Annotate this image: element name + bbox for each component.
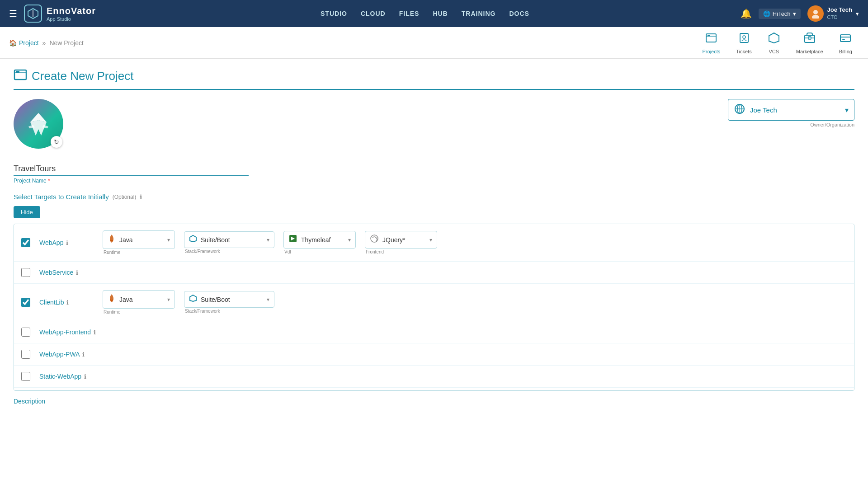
tickets-icon	[738, 32, 750, 47]
org-name: HiTech	[773, 10, 791, 17]
static-webapp-info-icon[interactable]: ℹ	[84, 373, 86, 380]
vcs-icon	[768, 32, 780, 47]
description-section: Description	[14, 398, 854, 405]
svg-rect-5	[708, 35, 710, 36]
avatar-refresh-button[interactable]: ↻	[51, 136, 62, 148]
org-switcher[interactable]: 🌐 HiTech ▾	[759, 9, 801, 19]
user-chevron-icon: ▾	[856, 10, 859, 17]
webapp-info-icon[interactable]: ℹ	[66, 239, 68, 246]
notification-bell-icon[interactable]: 🔔	[741, 8, 752, 19]
clientlib-framework-label: Stack/Framework	[184, 309, 274, 314]
webservice-checkbox[interactable]	[21, 268, 30, 277]
projects-icon	[705, 32, 717, 47]
project-name-label: Project Name *	[14, 178, 854, 184]
clientlib-info-icon[interactable]: ℹ	[66, 299, 69, 306]
svg-rect-14	[842, 39, 845, 40]
hide-button[interactable]: Hide	[14, 206, 40, 218]
clientlib-runtime-value: Java	[119, 296, 164, 303]
webapp-runtime-dropdown[interactable]: Java ▾	[103, 230, 175, 249]
svg-point-3	[812, 15, 819, 19]
user-menu[interactable]: Joe Tech CTO ▾	[807, 5, 859, 22]
clientlib-framework-value: Suite/Boot	[201, 296, 263, 303]
owner-section: Joe Tech ▾ Owner/Organization	[728, 99, 854, 127]
projects-label: Projects	[703, 49, 721, 54]
breadcrumb-project[interactable]: Project	[19, 39, 39, 47]
nav-training[interactable]: TRAINING	[462, 10, 496, 17]
webapp-frontend-chevron-icon: ▾	[429, 237, 432, 243]
breadcrumb-home[interactable]: 🏠 Project	[9, 39, 39, 47]
optional-text: (Optional)	[113, 194, 137, 200]
webservice-name: WebService ℹ	[39, 269, 94, 276]
home-icon: 🏠	[9, 39, 17, 47]
owner-chevron-icon: ▾	[845, 106, 849, 114]
svg-rect-6	[740, 33, 748, 42]
thymeleaf-icon	[288, 234, 297, 245]
nav-cloud[interactable]: CLOUD	[361, 10, 386, 17]
static-webapp-checkbox[interactable]	[21, 372, 30, 381]
page-title: Create New Project	[14, 68, 854, 90]
nav-studio[interactable]: STUDIO	[321, 10, 347, 17]
target-row-webservice: WebService ℹ	[14, 262, 854, 284]
webapp-frontend-label: Frontend	[365, 249, 437, 254]
webapp-pwa-checkbox[interactable]	[21, 350, 30, 359]
project-name-input[interactable]	[14, 162, 249, 176]
toolbar-marketplace[interactable]: Marketplace	[789, 29, 830, 56]
toolbar-billing[interactable]: Billing	[832, 29, 859, 56]
breadcrumb: 🏠 Project » New Project	[9, 39, 691, 47]
toolbar-vcs[interactable]: VCS	[761, 29, 787, 56]
logo: EnnoVator App Studio	[24, 5, 96, 23]
avatar-owner-row: ↻ Joe Tech ▾ Owner/Organization	[14, 99, 854, 149]
user-name: Joe Tech	[827, 6, 852, 14]
webapp-pwa-info-icon[interactable]: ℹ	[82, 351, 85, 358]
clientlib-runtime-label: Runtime	[103, 310, 175, 314]
webapp-frontend-dropdown[interactable]: JQuery* ▾	[365, 231, 437, 249]
logo-subtext: App Studio	[47, 16, 96, 22]
nav-files[interactable]: FILES	[399, 10, 420, 17]
webapp-vdl-chevron-icon: ▾	[348, 237, 351, 243]
webapp-runtime-value: Java	[119, 236, 164, 244]
page-title-text: Create New Project	[32, 69, 133, 83]
required-indicator: *	[48, 178, 50, 184]
svg-marker-21	[190, 235, 196, 242]
description-label-text: Description	[14, 398, 45, 405]
breadcrumb-separator: »	[42, 39, 46, 47]
breadcrumb-current: New Project	[49, 39, 83, 47]
webapp-vdl-dropdown[interactable]: Thymeleaf ▾	[283, 231, 356, 249]
clientlib-runtime-group: Java ▾ Runtime	[103, 290, 175, 314]
clientlib-framework-dropdown[interactable]: Suite/Boot ▾	[184, 291, 274, 308]
webservice-info-icon[interactable]: ℹ	[76, 269, 78, 276]
toolbar-projects[interactable]: Projects	[696, 29, 727, 56]
user-role: CTO	[827, 14, 852, 20]
clientlib-runtime-chevron-icon: ▾	[167, 296, 170, 303]
webapp-name: WebApp ℹ	[39, 239, 94, 246]
webapp-frontend-checkbox[interactable]	[21, 328, 30, 337]
webapp-vdl-label: Vdl	[283, 249, 356, 254]
nav-hub[interactable]: HUB	[433, 10, 448, 17]
svg-rect-12	[840, 35, 850, 42]
webapp-checkbox[interactable]	[21, 238, 30, 247]
target-row-webapp-pwa: WebApp-PWA ℹ	[14, 343, 854, 366]
targets-container: WebApp ℹ Java ▾ Runtime	[14, 224, 854, 391]
hamburger-menu[interactable]: ☰	[9, 8, 17, 19]
webapp-framework-group: Suite/Boot ▾ Stack/Framework	[184, 231, 274, 254]
user-info: Joe Tech CTO	[827, 6, 852, 20]
owner-name: Joe Tech	[750, 106, 840, 114]
target-row-clientlib: ClientLib ℹ Java ▾ Runtime	[14, 284, 854, 321]
webapp-framework-label: Stack/Framework	[184, 249, 274, 254]
clientlib-checkbox[interactable]	[21, 298, 30, 307]
targets-info-icon[interactable]: ℹ	[140, 193, 142, 201]
webapp-frontend-info-icon[interactable]: ℹ	[94, 329, 96, 336]
webapp-framework-dropdown[interactable]: Suite/Boot ▾	[184, 231, 274, 248]
clientlib-framework-chevron-icon: ▾	[267, 296, 269, 303]
clientlib-runtime-dropdown[interactable]: Java ▾	[103, 290, 175, 309]
clientlib-framework-group: Suite/Boot ▾ Stack/Framework	[184, 291, 274, 314]
toolbar-tickets[interactable]: Tickets	[729, 29, 758, 56]
webapp-runtime-chevron-icon: ▾	[167, 237, 170, 243]
jquery-icon	[370, 234, 379, 245]
webapp-framework-chevron-icon: ▾	[267, 237, 269, 243]
java-icon	[108, 234, 116, 246]
clientlib-suite-icon	[189, 294, 197, 305]
nav-docs[interactable]: DOCS	[509, 10, 529, 17]
webapp-frontend-value: JQuery*	[382, 236, 426, 244]
owner-dropdown[interactable]: Joe Tech ▾	[728, 99, 854, 121]
